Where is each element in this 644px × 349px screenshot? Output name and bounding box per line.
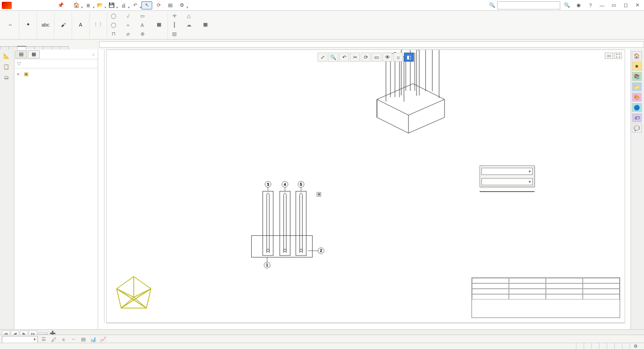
home-icon[interactable]: 🏠: [71, 1, 82, 9]
tree-tab-detail-icon[interactable]: ▦: [28, 50, 40, 58]
status-units[interactable]: [622, 343, 630, 349]
layer-props-icon[interactable]: ☰: [40, 336, 48, 343]
line-style-icon[interactable]: ┈: [69, 336, 77, 343]
hide-layer-icon[interactable]: ▤: [79, 336, 87, 343]
balloon-button[interactable]: ◯: [110, 12, 119, 20]
undo-icon[interactable]: ↶: [130, 1, 141, 9]
property-name-dropdown[interactable]: [480, 191, 535, 192]
feature-mgr-icon[interactable]: 📐: [1, 51, 12, 60]
smart-dimension-button[interactable]: ↔: [2, 12, 19, 38]
status-opts-icon[interactable]: ⚙: [630, 343, 641, 349]
new-doc-icon[interactable]: 🗎: [83, 1, 94, 9]
centerline-button[interactable]: ┃: [171, 21, 180, 29]
rotate-icon[interactable]: ⟳: [361, 53, 371, 62]
print-icon[interactable]: 🖨: [118, 1, 129, 9]
blocks-button[interactable]: ▦: [150, 12, 168, 38]
menu-window[interactable]: [49, 1, 54, 9]
search-button[interactable]: 🔍: [562, 1, 572, 9]
weld-symbol-button[interactable]: ≈: [124, 21, 133, 29]
format-painter-button[interactable]: 🖌: [54, 12, 72, 38]
center-mark-button[interactable]: ✛: [171, 12, 180, 20]
auto-balloon-button[interactable]: ◯: [110, 21, 119, 29]
collapse-icon[interactable]: ▾: [17, 72, 22, 76]
datum-target-button[interactable]: ⊕: [139, 30, 148, 38]
menu-edit[interactable]: [23, 1, 29, 9]
hole-callout-button[interactable]: ⌀: [124, 30, 133, 38]
view-orientation-icon[interactable]: ◧: [404, 53, 414, 62]
surface-finish-button[interactable]: √: [124, 12, 133, 20]
sheet-tab[interactable]: [38, 333, 48, 335]
tab-view-layout[interactable]: [9, 46, 18, 49]
table-move-handle-icon[interactable]: ✥: [317, 192, 321, 197]
chart1-icon[interactable]: 📊: [89, 336, 97, 343]
save-icon[interactable]: 💾: [106, 1, 117, 9]
select-icon[interactable]: ↖: [141, 1, 152, 9]
linear-note-button[interactable]: ⋮⋮: [90, 12, 107, 38]
magnetic-line-button[interactable]: ⊓: [110, 30, 119, 38]
zoom-fit-icon[interactable]: ⤢: [317, 53, 327, 62]
tab-sketch[interactable]: [26, 46, 35, 49]
note-button[interactable]: A: [72, 12, 90, 38]
property-mgr-icon[interactable]: 📋: [1, 62, 12, 71]
rebuild-icon[interactable]: ⟳: [153, 1, 164, 9]
spell-checker-button[interactable]: abc: [37, 12, 54, 38]
settings-icon[interactable]: ⚙: [177, 1, 187, 9]
gtol-button[interactable]: ▭: [139, 12, 148, 20]
menu-insert[interactable]: [36, 1, 41, 9]
title-block[interactable]: [472, 277, 620, 318]
menu-tools[interactable]: [42, 1, 48, 9]
scene-icon[interactable]: ☼: [393, 53, 403, 62]
restore-icon[interactable]: ▭: [609, 1, 619, 9]
search-input[interactable]: [497, 1, 560, 9]
menu-file[interactable]: [17, 1, 23, 9]
task-resources-icon[interactable]: ★: [632, 62, 642, 71]
task-view-palette-icon[interactable]: 🎨: [632, 93, 642, 102]
tab-markup[interactable]: [34, 46, 43, 49]
tree-filter-icon[interactable]: ▽: [14, 59, 98, 68]
tab-evaluate[interactable]: [43, 46, 52, 49]
drawing-canvas[interactable]: ⤢ 🔍 ↶ ✂ ⟳ ▭ 👁 ☼ ◧ ▭ ⛶: [98, 49, 630, 329]
task-home-icon[interactable]: 🏠: [632, 51, 642, 60]
zoom-area-icon[interactable]: 🔍: [328, 53, 338, 62]
task-appearances-icon[interactable]: 🔵: [632, 103, 642, 112]
tables-button[interactable]: ▦: [197, 12, 214, 38]
config-mgr-icon[interactable]: 🗂: [1, 73, 12, 82]
tab-addins[interactable]: [51, 46, 60, 49]
model-items-button[interactable]: ✦: [19, 12, 37, 38]
tree-root[interactable]: ▾ ▣: [16, 70, 96, 78]
prev-view-icon[interactable]: ↶: [339, 53, 349, 62]
line-color-icon[interactable]: 🖊: [50, 336, 58, 343]
minimize-icon[interactable]: —: [597, 1, 607, 9]
drawing-view-front[interactable]: 3 4 5 2 1: [179, 144, 359, 270]
property-name-select[interactable]: ▾: [481, 178, 533, 185]
tree-tab-feature-icon[interactable]: ▤: [15, 50, 27, 58]
open-icon[interactable]: 📂: [95, 1, 105, 9]
options-split-icon[interactable]: ▤: [165, 1, 176, 9]
column-type-select[interactable]: ▾: [481, 168, 533, 175]
close-icon[interactable]: ✕: [632, 1, 642, 9]
tab-sheet-format[interactable]: [60, 46, 69, 49]
datum-feature-button[interactable]: A: [139, 21, 148, 29]
tab-annotation[interactable]: [17, 46, 26, 49]
display-style-icon[interactable]: ▭: [372, 53, 381, 62]
tree-expand-icon[interactable]: ›: [90, 52, 97, 57]
sheet-collapse-icon[interactable]: ▭: [605, 53, 613, 59]
layer-select[interactable]: ▾: [2, 336, 38, 343]
hide-show-icon[interactable]: 👁: [382, 53, 392, 62]
task-custom-props-icon[interactable]: 🏷: [632, 113, 642, 122]
tab-drawing[interactable]: [0, 46, 9, 49]
task-forum-icon[interactable]: 💬: [632, 124, 642, 133]
maximize-icon[interactable]: ◻: [621, 1, 630, 9]
revision-symbol-button[interactable]: △: [185, 12, 194, 20]
user-icon[interactable]: ◉: [574, 1, 584, 9]
line-thickness-icon[interactable]: ≡: [59, 336, 68, 343]
menu-view[interactable]: [30, 1, 35, 9]
drawing-view-isometric[interactable]: [327, 50, 494, 153]
help-icon[interactable]: ?: [585, 1, 595, 9]
area-hatch-button[interactable]: ▨: [171, 30, 180, 38]
chart2-icon[interactable]: 📈: [99, 336, 107, 343]
menu-pin-icon[interactable]: 📌: [55, 1, 67, 9]
revision-cloud-button[interactable]: ☁: [185, 21, 194, 29]
task-file-explorer-icon[interactable]: 📁: [632, 82, 642, 91]
task-design-lib-icon[interactable]: 📚: [632, 72, 642, 81]
